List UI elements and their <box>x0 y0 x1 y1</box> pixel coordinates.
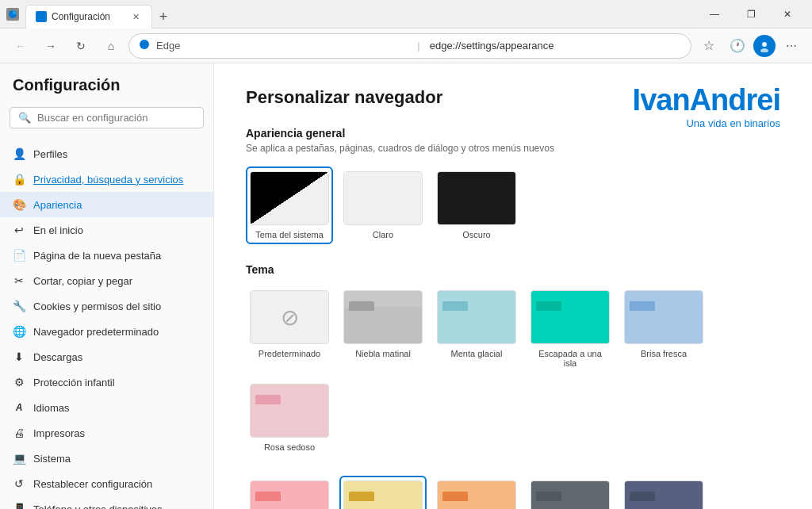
sidebar-item-cookies[interactable]: 🔧 Cookies y permisos del sitio <box>0 293 213 319</box>
sidebar-item-telefono[interactable]: 📱 Teléfono y otros dispositivos <box>0 496 213 509</box>
search-input[interactable] <box>37 112 195 124</box>
tab-title: Configuración <box>52 11 110 22</box>
soleado-preview <box>343 480 423 509</box>
address-separator: | <box>417 40 419 52</box>
theme-option-sistema[interactable]: Tema del sistema <box>246 166 333 244</box>
sidebar-label-restablecer: Restablecer configuración <box>33 478 152 490</box>
pizarra-preview <box>624 480 703 509</box>
window-controls: — ❐ ✕ <box>696 2 806 27</box>
profile-button[interactable] <box>753 35 776 57</box>
title-bar-left <box>6 8 19 21</box>
favorites-button[interactable]: ☆ <box>696 33 722 59</box>
theme-pizarra[interactable]: Pizarra elegante <box>620 476 707 509</box>
forward-button[interactable]: → <box>38 33 63 59</box>
main-content: Configuración 🔍 👤 Perfiles 🔒 Privacidad,… <box>0 63 812 509</box>
minimize-button[interactable]: — <box>696 2 733 27</box>
maximize-button[interactable]: ❐ <box>733 2 769 27</box>
sidebar-label-apariencia: Apariencia <box>33 199 82 211</box>
theme-isla[interactable]: Escapada a una isla <box>527 285 614 373</box>
brisa-label: Brisa fresca <box>641 349 687 358</box>
search-box[interactable]: 🔍 <box>10 107 204 128</box>
mango-preview <box>437 480 516 509</box>
svg-point-1 <box>36 12 46 21</box>
predeterminado-preview: ⊘ <box>250 290 329 344</box>
system-preview <box>250 171 329 225</box>
sidebar-label-sistema: Sistema <box>33 453 71 465</box>
content-wrapper: IvanAndrei Una vida en binarios Personal… <box>246 87 780 509</box>
sidebar-item-restablecer[interactable]: ↺ Restablecer configuración <box>0 471 213 496</box>
more-button[interactable]: ⋯ <box>779 33 804 59</box>
svg-point-4 <box>762 42 767 47</box>
sidebar-item-navegador[interactable]: 🌐 Navegador predeterminado <box>0 319 213 344</box>
theme-rosa[interactable]: Rosa sedoso <box>246 379 333 457</box>
theme-tormenta[interactable]: Tormenta oscura <box>527 476 614 509</box>
descargas-icon: ⬇ <box>13 350 25 363</box>
general-section-desc: Se aplica a pestañas, páginas, cuadros d… <box>246 143 780 154</box>
active-tab[interactable]: Configuración ✕ <box>25 5 152 29</box>
brisa-preview <box>624 290 703 344</box>
tab-close-button[interactable]: ✕ <box>129 10 142 23</box>
niebla-preview <box>343 290 423 344</box>
theme-soleado[interactable]: Día soleado <box>339 476 427 509</box>
niebla-label: Niebla matinal <box>355 349 411 358</box>
history-button[interactable]: 🕐 <box>725 33 750 59</box>
system-label: Tema del sistema <box>255 230 324 239</box>
sidebar-label-descargas: Descargas <box>33 351 82 363</box>
sidebar-item-idiomas[interactable]: A Idiomas <box>0 395 213 420</box>
nav-right: ☆ 🕐 ⋯ <box>696 33 804 59</box>
sidebar-label-idiomas: Idiomas <box>33 402 70 414</box>
perfiles-icon: 👤 <box>13 147 25 160</box>
apariencia-icon: 🎨 <box>13 198 25 211</box>
back-button[interactable]: ← <box>8 33 33 59</box>
theme-brisa[interactable]: Brisa fresca <box>620 285 707 373</box>
close-button[interactable]: ✕ <box>769 2 806 27</box>
sidebar-label-inicio: En el inicio <box>33 224 83 236</box>
sidebar-title: Configuración <box>0 76 213 107</box>
no-theme-icon: ⊘ <box>251 291 328 343</box>
sidebar-label-telefono: Teléfono y otros dispositivos <box>33 503 163 510</box>
url-text: edge://settings/appearance <box>430 40 681 52</box>
address-bar[interactable]: Edge | edge://settings/appearance <box>128 33 691 59</box>
telefono-icon: 📱 <box>13 503 25 509</box>
sidebar-label-perfiles: Perfiles <box>33 148 67 160</box>
tab-favicon <box>36 11 47 22</box>
sidebar-item-copiar[interactable]: ✂ Cortar, copiar y pegar <box>0 268 213 293</box>
sidebar-item-apariencia[interactable]: 🎨 Apariencia <box>0 192 213 217</box>
copiar-icon: ✂ <box>13 274 25 287</box>
navegador-icon: 🌐 <box>13 325 25 338</box>
theme-mango[interactable]: Mango paradisiaco <box>433 476 520 509</box>
home-button[interactable]: ⌂ <box>98 33 124 59</box>
sidebar-item-perfiles[interactable]: 👤 Perfiles <box>0 141 213 166</box>
sidebar-label-impresoras: Impresoras <box>33 427 85 439</box>
menta-preview <box>437 290 516 344</box>
refresh-button[interactable]: ↻ <box>68 33 94 59</box>
isla-preview <box>530 290 610 344</box>
sidebar-item-proteccion[interactable]: ⚙ Protección infantil <box>0 369 213 395</box>
inicio-icon: ↩ <box>13 224 25 236</box>
edge-label: Edge <box>156 40 408 52</box>
sidebar-item-impresoras[interactable]: 🖨 Impresoras <box>0 420 213 446</box>
themes-row1: ⊘ Predeterminado Niebla matinal <box>246 285 780 457</box>
sidebar-item-inicio[interactable]: ↩ En el inicio <box>0 217 213 243</box>
sidebar-item-descargas[interactable]: ⬇ Descargas <box>0 344 213 369</box>
new-tab-button[interactable]: + <box>152 6 174 29</box>
sidebar-item-sistema[interactable]: 💻 Sistema <box>0 446 213 471</box>
sidebar-item-privacidad[interactable]: 🔒 Privacidad, búsqueda y servicios <box>0 166 213 192</box>
theme-option-oscuro[interactable]: Oscuro <box>433 166 520 244</box>
brand-tagline: Una vida en binarios <box>633 117 780 129</box>
appearance-options-grid: Tema del sistema Claro Oscur <box>246 166 780 244</box>
dark-preview <box>437 171 516 225</box>
privacidad-icon: 🔒 <box>13 173 25 186</box>
svg-point-2 <box>140 40 149 49</box>
theme-niebla[interactable]: Niebla matinal <box>339 285 427 373</box>
sistema-icon: 💻 <box>13 452 25 465</box>
theme-menta[interactable]: Menta glacial <box>433 285 520 373</box>
theme-option-claro[interactable]: Claro <box>339 166 427 244</box>
brand-section: IvanAndrei Una vida en binarios <box>633 84 780 129</box>
proteccion-icon: ⚙ <box>13 376 25 388</box>
sidebar-label-navegador: Navegador predeterminado <box>33 326 159 338</box>
sidebar-item-nueva-pestana[interactable]: 📄 Página de la nueva pestaña <box>0 243 213 268</box>
theme-chicle[interactable]: Chicle <box>246 476 333 509</box>
theme-predeterminado[interactable]: ⊘ Predeterminado <box>246 285 333 373</box>
sidebar-label-cookies: Cookies y permisos del sitio <box>33 300 161 312</box>
